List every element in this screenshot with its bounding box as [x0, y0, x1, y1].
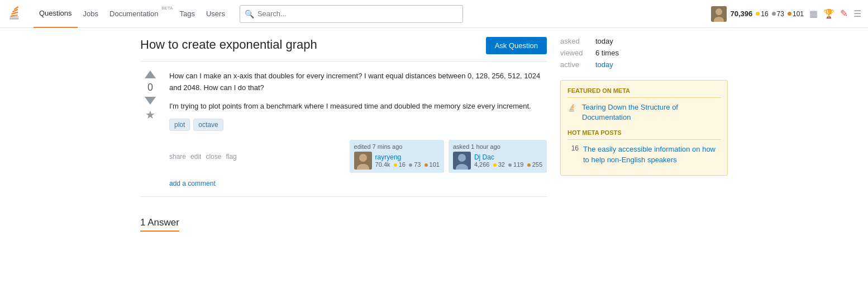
avatar: [711, 6, 727, 22]
bronze-dot: [788, 12, 791, 16]
upvote-button[interactable]: [145, 70, 156, 78]
editor-bronze-badge: 101: [422, 161, 439, 168]
bronze-badge: 101: [788, 10, 804, 18]
nav-jobs[interactable]: Jobs: [78, 0, 104, 28]
svg-rect-17: [570, 109, 574, 110]
downvote-button[interactable]: [145, 97, 156, 105]
svg-rect-2: [11, 14, 18, 16]
answers-header: 1 Answer: [140, 217, 179, 231]
featured-item-0: Tearing Down the Structure of Documentat…: [567, 102, 721, 123]
svg-rect-15: [569, 111, 574, 112]
question-tags: plot octave: [169, 119, 547, 131]
asker-avatar: [453, 152, 471, 170]
nav-documentation[interactable]: Documentation BETA: [104, 0, 174, 28]
tag-octave[interactable]: octave: [193, 119, 223, 131]
ask-question-button[interactable]: Ask Question: [486, 37, 547, 54]
gold-dot: [756, 12, 760, 16]
active-value[interactable]: today: [595, 60, 613, 69]
editor-silver-badge: 73: [407, 161, 422, 168]
nav-tags[interactable]: Tags: [174, 0, 200, 28]
svg-rect-0: [9, 18, 18, 20]
main-nav: Questions Jobs Documentation BETA Tags U…: [34, 0, 231, 28]
asker-silver-badge: 119: [507, 161, 526, 168]
svg-rect-18: [570, 107, 574, 109]
question-actions: share edit close flag edited 7 mins ago: [169, 140, 547, 173]
close-link[interactable]: close: [206, 153, 221, 161]
meta-asked: asked today: [560, 37, 728, 45]
sidebar: asked today viewed 6 times active today …: [560, 37, 728, 232]
header-right: 70,396 16 73 101 ▦ 🏆 ✎ ☰: [711, 6, 861, 22]
editor-name[interactable]: rayryeng: [375, 153, 440, 161]
header: Questions Jobs Documentation BETA Tags U…: [0, 0, 868, 28]
silver-badge: 73: [772, 10, 784, 18]
meta-active: active today: [560, 60, 728, 69]
meta-info: asked today viewed 6 times active today: [560, 37, 728, 69]
nav-questions[interactable]: Questions: [34, 0, 78, 28]
hamburger-icon[interactable]: ☰: [853, 8, 861, 19]
trophy-icon[interactable]: 🏆: [823, 8, 834, 19]
edited-label: edited 7 mins ago: [354, 143, 440, 150]
edit-link[interactable]: edit: [190, 153, 201, 161]
featured-title: FEATURED ON META: [567, 87, 721, 98]
viewed-value: 6 times: [595, 49, 619, 57]
vote-column: 0 ★: [140, 70, 160, 187]
share-link[interactable]: share: [169, 153, 186, 161]
question-content: How to create exponential graph Ask Ques…: [140, 37, 547, 232]
asker-rep-row: 4,266 32 119 255: [474, 161, 542, 168]
editor-card: edited 7 mins ago: [350, 140, 444, 173]
featured-box: FEATURED ON META Tearing Down the: [560, 80, 728, 176]
gold-badge: 16: [756, 10, 768, 18]
asker-meta: Dj Dac 4,266 32 119: [474, 153, 542, 168]
logo[interactable]: [7, 5, 25, 23]
svg-rect-16: [569, 110, 574, 111]
hot-meta-item-0: 16 The easily accessible information on …: [567, 144, 721, 164]
question-header: How to create exponential graph Ask Ques…: [140, 37, 547, 62]
question-area: 0 ★ How can I make an x-axis that double…: [140, 70, 547, 197]
svg-rect-3: [11, 11, 18, 14]
asker-bronze-badge: 255: [526, 161, 542, 168]
user-reputation: 70,396: [730, 10, 752, 18]
hot-meta-link-0[interactable]: The easily accessible information on how…: [583, 144, 721, 164]
asker-info: Dj Dac 4,266 32 119: [453, 152, 542, 170]
user-info[interactable]: 70,396 16 73 101: [711, 6, 804, 22]
beta-badge: BETA: [161, 6, 173, 11]
nav-users[interactable]: Users: [201, 0, 231, 28]
tag-plot[interactable]: plot: [169, 119, 190, 131]
meta-viewed: viewed 6 times: [560, 49, 728, 57]
user-cards: edited 7 mins ago: [350, 140, 547, 173]
question-text-p1: How can I make an x-axis that doubles fo…: [169, 70, 547, 94]
viewed-label: viewed: [560, 49, 591, 57]
search-icon: 🔍: [245, 10, 254, 18]
hot-meta-title: HOT META POSTS: [567, 129, 721, 140]
question-text-p2: I'm trying to plot points from a benchma…: [169, 101, 547, 112]
asked-label: asked: [560, 37, 591, 45]
svg-point-10: [359, 154, 367, 162]
inbox-icon[interactable]: ▦: [809, 8, 818, 19]
main-content: How to create exponential graph Ask Ques…: [127, 28, 741, 241]
svg-point-7: [716, 8, 722, 15]
add-comment-link[interactable]: add a comment: [169, 180, 547, 187]
asker-name[interactable]: Dj Dac: [474, 153, 542, 161]
flag-link[interactable]: flag: [226, 153, 236, 161]
editor-gold-badge: 16: [392, 161, 407, 168]
asker-card: asked 1 hour ago: [449, 140, 547, 173]
editor-avatar: [354, 152, 372, 170]
question-title: How to create exponential graph: [140, 37, 317, 53]
svg-point-13: [458, 154, 466, 162]
action-links: share edit close flag: [169, 153, 237, 161]
asker-gold-badge: 32: [492, 161, 507, 168]
meta-logo-icon: [567, 104, 578, 116]
active-label: active: [560, 60, 591, 69]
silver-dot: [772, 12, 776, 16]
asked-label: asked 1 hour ago: [453, 143, 542, 150]
bookmark-button[interactable]: ★: [145, 108, 155, 121]
hot-meta-num-0: 16: [567, 144, 579, 152]
vote-count: 0: [147, 82, 153, 93]
editor-meta: rayryeng 70.4k 16 73: [375, 153, 440, 168]
search-box[interactable]: 🔍: [240, 5, 463, 23]
editor-info: rayryeng 70.4k 16 73: [354, 152, 440, 170]
search-input[interactable]: [257, 10, 458, 18]
review-icon[interactable]: ✎: [840, 8, 848, 20]
featured-link-0[interactable]: Tearing Down the Structure of Documentat…: [582, 102, 721, 123]
asked-value: today: [595, 37, 613, 45]
